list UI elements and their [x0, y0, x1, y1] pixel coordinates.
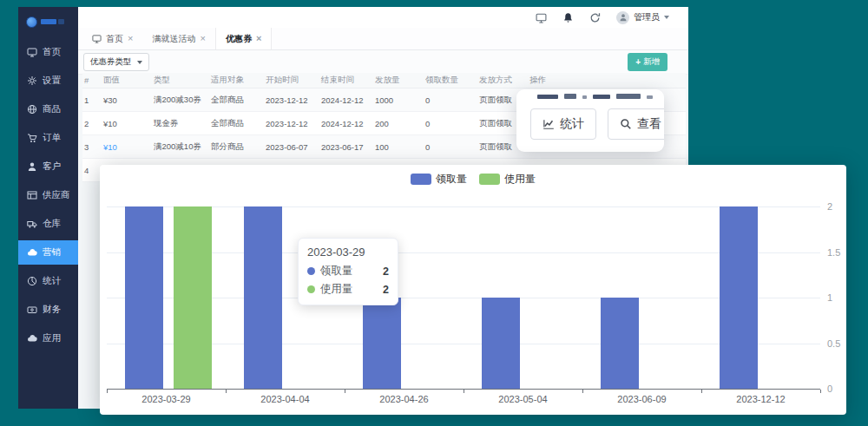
popup-search-button[interactable]: 查看 — [608, 108, 664, 140]
sidebar-item-订单[interactable]: 订单 — [18, 126, 78, 150]
cell-end: 2024-12-12 — [321, 95, 364, 105]
tab-满就送活动[interactable]: 满就送活动× — [142, 28, 214, 49]
gridline — [107, 298, 820, 298]
cell-type: 满200减30券 — [154, 95, 201, 104]
series-dot-icon — [307, 285, 315, 293]
cell-claimed: 0 — [425, 119, 430, 128]
x-axis-tick — [464, 390, 464, 393]
cell-start: 2023-12-12 — [266, 119, 308, 128]
sidebar-item-首页[interactable]: 首页 — [18, 40, 78, 64]
notifications-bell-icon[interactable] — [562, 12, 574, 23]
cell-method: 页面领取 — [479, 141, 512, 151]
cloud-icon — [27, 333, 37, 344]
sidebar-item-仓库[interactable]: 仓库 — [18, 212, 78, 236]
avatar — [616, 11, 629, 24]
sidebar-item-设置[interactable]: 设置 — [18, 69, 78, 93]
cell-method: 页面领取 — [479, 95, 512, 104]
cell-end: 2024-12-12 — [321, 119, 364, 128]
bar-使用量-2023-03-29[interactable] — [174, 206, 212, 389]
sidebar-item-label: 订单 — [43, 132, 61, 144]
close-icon[interactable]: × — [200, 34, 205, 43]
pie-icon — [27, 276, 37, 286]
x-axis-category-label: 2023-05-04 — [480, 394, 567, 404]
sidebar-item-label: 设置 — [43, 75, 61, 87]
tooltip-series-name: 领取量 — [320, 264, 353, 279]
y-axis-tick-label: 1.5 — [827, 247, 840, 258]
cell-value[interactable]: ¥10 — [103, 142, 117, 152]
column-header: 面值 — [102, 75, 152, 86]
y-axis-tick-label: 2 — [827, 201, 832, 212]
column-header: 领取数量 — [424, 75, 477, 86]
cell-num: 3 — [84, 142, 89, 152]
cell-target: 部分商品 — [211, 141, 244, 151]
sidebar-item-label: 统计 — [43, 275, 61, 287]
sidebar-item-label: 应用 — [43, 332, 61, 344]
add-coupon-label: 新增 — [643, 56, 660, 68]
coupon-type-select[interactable]: 优惠券类型 — [83, 53, 149, 71]
column-header: # — [82, 75, 102, 85]
sidebar-item-供应商[interactable]: 供应商 — [18, 183, 78, 207]
bar-领取量-2023-03-29[interactable] — [125, 206, 163, 389]
cell-target: 全部商品 — [211, 118, 244, 128]
sidebar-item-营销[interactable]: 营销 — [18, 240, 78, 265]
add-coupon-button[interactable]: + 新增 — [628, 53, 667, 71]
refresh-icon[interactable] — [589, 12, 601, 23]
column-header: 结束时间 — [319, 75, 373, 86]
tooltip-date: 2023-03-29 — [307, 246, 389, 259]
x-axis-category-label: 2023-06-09 — [599, 394, 686, 404]
bar-领取量-2023-04-26[interactable] — [363, 298, 401, 389]
cell-start: 2023-06-07 — [266, 142, 308, 152]
sidebar-item-label: 仓库 — [43, 218, 61, 230]
cell-end: 2023-06-17 — [321, 142, 364, 152]
cell-num: 4 — [84, 166, 89, 175]
sidebar-nav: 首页设置商品订单客户供应商仓库营销统计财务应用 — [18, 40, 78, 351]
sidebar-item-财务[interactable]: 财务 — [18, 298, 78, 322]
sidebar-item-label: 财务 — [43, 304, 61, 316]
tooltip-series-value: 2 — [383, 284, 389, 296]
sidebar-item-label: 供应商 — [43, 189, 70, 201]
y-axis-tick-label: 1 — [827, 292, 832, 303]
topbar: 管理员 — [78, 7, 688, 28]
bar-领取量-2023-12-12[interactable] — [720, 206, 758, 389]
x-axis-tick — [226, 390, 227, 393]
popup-chart-button[interactable]: 统计 — [530, 108, 596, 140]
user-menu[interactable]: 管理员 — [616, 11, 669, 24]
x-axis-tick — [345, 390, 345, 393]
bar-领取量-2023-05-04[interactable] — [482, 298, 520, 389]
sidebar-item-商品[interactable]: 商品 — [18, 97, 78, 121]
column-header: 适用对象 — [209, 75, 264, 86]
gear-icon — [27, 75, 37, 86]
tab-优惠券[interactable]: 优惠券× — [215, 28, 272, 49]
tooltip-row: 领取量2 — [307, 264, 389, 279]
cell-target: 全部商品 — [211, 95, 244, 104]
cell-value: ¥10 — [103, 119, 117, 128]
close-icon[interactable]: × — [256, 34, 261, 43]
tooltip-row: 使用量2 — [307, 282, 389, 297]
cloud-icon — [27, 247, 37, 258]
cell-claimed: 0 — [425, 142, 430, 152]
tab-label: 满就送活动 — [152, 33, 195, 45]
x-axis-tick — [701, 390, 702, 393]
cell-method: 页面领取 — [479, 118, 512, 128]
x-axis-category-label: 2023-04-26 — [361, 394, 448, 404]
sidebar: 首页设置商品订单客户供应商仓库营销统计财务应用 — [18, 7, 78, 409]
action-magnifier-popup: 统计查看 — [516, 89, 664, 152]
list-icon — [27, 190, 37, 200]
sidebar-item-客户[interactable]: 客户 — [18, 154, 78, 179]
tab-首页[interactable]: 首页× — [82, 28, 142, 49]
cart-icon — [27, 133, 37, 143]
sidebar-item-label: 客户 — [43, 161, 61, 173]
gridline — [107, 252, 820, 253]
sidebar-item-应用[interactable]: 应用 — [18, 326, 78, 351]
x-axis-category-label: 2023-04-04 — [242, 394, 329, 404]
cell-num: 1 — [84, 95, 89, 105]
bar-领取量-2023-04-04[interactable] — [244, 206, 282, 389]
tooltip-series-name: 使用量 — [320, 282, 353, 297]
bar-领取量-2023-06-09[interactable] — [601, 298, 639, 389]
cell-claimed: 0 — [425, 95, 430, 105]
user-icon — [27, 161, 37, 172]
globe-icon — [27, 104, 37, 115]
close-icon[interactable]: × — [128, 34, 133, 43]
sidebar-item-统计[interactable]: 统计 — [18, 269, 78, 293]
fullscreen-monitor-icon[interactable] — [536, 12, 547, 23]
